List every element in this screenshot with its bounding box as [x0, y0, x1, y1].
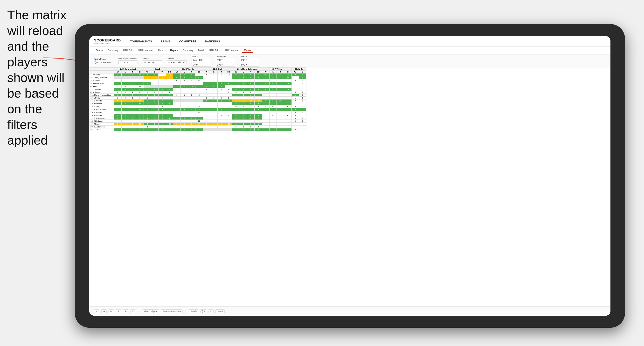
undo-btn[interactable]: ↩ — [94, 309, 100, 313]
filter-max-players-select[interactable]: Top 25 ▾ — [118, 60, 138, 64]
filter-conference-sub-select[interactable]: (All) ▾ — [216, 63, 235, 66]
cell — [210, 128, 218, 131]
cell — [277, 117, 284, 120]
cell: 2 — [180, 108, 188, 111]
cell: 0 — [292, 91, 299, 94]
cell — [173, 88, 181, 91]
cell — [292, 76, 299, 79]
refresh-btn[interactable]: ⟳ — [108, 309, 114, 313]
nav-tournaments[interactable]: TOURNAMENTS — [128, 39, 154, 44]
cell — [210, 117, 218, 120]
cell: 0 — [151, 73, 158, 76]
share-btn[interactable]: Share — [216, 309, 225, 313]
filter-division-select[interactable]: NCAA Division II ▾ — [167, 60, 187, 64]
player-name: 17. D Ballesteros — [90, 117, 114, 120]
cell — [254, 120, 262, 123]
cell — [284, 94, 292, 97]
subnav-players[interactable]: Players — [168, 48, 180, 52]
nav-bar: SCOREBOARD Powered by clippd TOURNAMENTS… — [89, 36, 610, 47]
filter-region-sub-select[interactable]: (All) ▾ — [192, 63, 211, 66]
cell: 4 — [114, 128, 122, 131]
sub-w2: W — [144, 71, 151, 73]
full-view-label[interactable]: Full View — [94, 58, 111, 60]
cell — [284, 111, 292, 114]
subnav-h2hheatmap[interactable]: H2H Heatmap — [136, 48, 155, 52]
cell: 0 — [218, 108, 225, 111]
cell — [210, 126, 218, 128]
save-custom-btn[interactable]: Save Custom View — [161, 309, 183, 313]
cell: 0 — [277, 105, 284, 108]
cell — [254, 79, 262, 82]
cell: 0 — [240, 94, 247, 97]
cell: 1 — [121, 123, 129, 126]
subnav-matrix2[interactable]: Matrix — [242, 48, 253, 53]
matrix-content[interactable]: 2. M Kelly Mulcahy 6. A Dy 11. G Woods 2… — [89, 67, 610, 307]
cell: 2 — [114, 114, 122, 117]
subnav-summary[interactable]: Summary — [106, 48, 120, 52]
subnav-h2hgrid[interactable]: H2H Grid — [121, 48, 135, 52]
compact-view-label[interactable]: Compact View — [94, 61, 111, 64]
cell: 0 — [158, 114, 166, 117]
sub-w3: W — [173, 71, 181, 73]
cell — [262, 97, 269, 100]
cell — [225, 102, 232, 105]
cell: 1 — [144, 128, 151, 131]
subnav-h2hgrid2[interactable]: H2H Grid — [207, 48, 221, 52]
fullscreen-btn[interactable]: ⤢ — [208, 309, 214, 313]
watch-btn[interactable]: Watch — [189, 309, 198, 313]
redo-btn[interactable]: ↪ — [101, 309, 107, 313]
filter-gender-select[interactable]: Women's ▾ — [142, 60, 162, 64]
cell: 3 — [299, 88, 306, 91]
cell: 0 — [240, 102, 247, 105]
cell: 1 — [173, 108, 181, 111]
filter-players-select[interactable]: (All) ▾ — [240, 58, 259, 62]
cell: 0 — [114, 91, 122, 94]
subnav-summary2[interactable]: Summary — [181, 48, 195, 52]
cell: 0 — [299, 114, 306, 117]
cell — [196, 82, 203, 85]
cell: 50 — [196, 76, 203, 79]
cell — [269, 85, 277, 88]
cell: 0 — [188, 123, 196, 126]
filter-conference-label: Conference — [216, 55, 235, 57]
nav-committee[interactable]: COMMITTEE — [177, 39, 198, 44]
filter-region-select[interactable]: East - DII ▾ — [192, 58, 211, 62]
cell: 1 — [210, 108, 218, 111]
cell — [196, 91, 203, 94]
comment-btn[interactable]: 💬 — [200, 309, 206, 313]
cell — [218, 111, 225, 114]
cell: 2 — [299, 73, 306, 76]
clock-btn[interactable]: ⏱ — [130, 309, 136, 313]
cell: 6 — [299, 76, 306, 79]
player-name: 2. M Kelly Mulcahy — [90, 76, 114, 79]
cell: 0 — [232, 114, 240, 117]
zoom-btn[interactable]: ⊕ — [116, 309, 121, 313]
cell: 1 — [247, 108, 254, 111]
subnav-detail[interactable]: Detail — [196, 48, 206, 52]
filter-conference-select[interactable]: (All) ▾ — [216, 58, 235, 62]
cell — [114, 111, 122, 114]
cell: 3 — [114, 73, 122, 76]
grid-btn[interactable]: ⊞ — [123, 309, 128, 313]
sub-w4: W — [203, 71, 210, 73]
subnav-teams[interactable]: Teams — [94, 48, 105, 52]
subnav-matrix[interactable]: Matrix — [156, 48, 166, 52]
cell — [262, 79, 269, 82]
cell: 0 — [254, 114, 262, 117]
nav-rankings[interactable]: RANKINGS — [203, 39, 222, 44]
view-original-btn[interactable]: View: Original — [142, 309, 159, 313]
compact-view-radio[interactable] — [94, 61, 96, 64]
cell: 0 — [129, 117, 136, 120]
cell: 0 — [277, 73, 284, 76]
cell — [203, 105, 210, 108]
full-view-radio[interactable] — [94, 58, 96, 60]
cell — [151, 120, 158, 123]
nav-teams[interactable]: TEAMS — [159, 39, 172, 44]
cell — [180, 88, 188, 91]
cell: 0 — [247, 94, 254, 97]
cell — [136, 120, 144, 123]
cell: 4 — [232, 100, 240, 102]
filter-players-sub-select[interactable]: (All) ▾ — [240, 63, 259, 66]
subnav-h2hheatmap2[interactable]: H2H Heatmap — [222, 48, 241, 52]
cell — [173, 111, 181, 114]
